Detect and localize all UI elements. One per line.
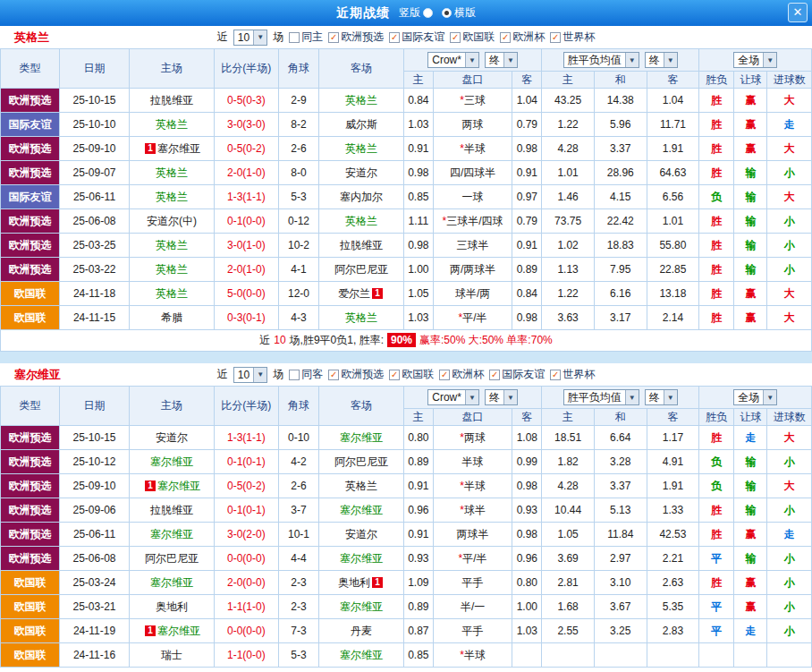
cell-handicap: 两/两球半 (433, 258, 512, 282)
cell-away-team: 阿尔巴尼亚 (319, 450, 404, 474)
home-team-name: 阿尔巴尼亚 (145, 552, 199, 565)
cell-home-team: 1塞尔维亚 (130, 137, 215, 161)
cell-competition-type: 欧洲预选 (1, 474, 60, 498)
sub-column-header: 客 (512, 409, 542, 426)
cell-result-outcome: 胜 (699, 498, 734, 523)
cell-handicap: *三球 (433, 89, 512, 113)
away-team-name: 塞尔维亚 (340, 552, 383, 565)
cell-mean-away (647, 643, 699, 668)
cell-odds-away: 0.79 (512, 113, 542, 137)
cell-result-outcome: 胜 (699, 523, 734, 547)
cell-odds-home: 0.85 (403, 185, 433, 209)
cell-corners: 8-2 (278, 113, 318, 137)
table-row: 欧国联24-11-191塞尔维亚0-0(0-0)7-3丹麦0.87平手1.032… (1, 619, 812, 643)
cell-away-team: 安道尔 (319, 161, 404, 185)
handicap-text: 两/两球半 (450, 263, 495, 276)
header-select[interactable]: 终▼ (485, 389, 518, 405)
filter-checkbox[interactable]: ✓欧国联 (389, 367, 434, 382)
checkbox-label: 世界杯 (562, 30, 595, 45)
away-team-name: 英格兰 (345, 94, 377, 106)
header-select[interactable]: 终▼ (645, 52, 678, 68)
header-select[interactable]: Crow*▼ (427, 52, 479, 68)
filter-checkbox[interactable]: 同客 (289, 367, 323, 382)
handicap-text: 两球 (462, 118, 484, 131)
checkbox-label: 欧洲杯 (512, 30, 545, 45)
cell-odds-away (512, 643, 542, 668)
match-count-select[interactable]: 10▼ (233, 30, 267, 46)
cell-odds-home: 0.91 (403, 523, 433, 547)
filter-checkbox[interactable]: 同主 (289, 30, 323, 45)
radio-vertical-circle-icon (423, 8, 433, 18)
games-label: 场 (273, 30, 283, 45)
radio-horizontal-circle-icon (442, 8, 452, 18)
filter-checkbox[interactable]: ✓世界杯 (550, 30, 595, 45)
header-select[interactable]: 终▼ (645, 389, 678, 405)
cell-date: 25-09-06 (59, 498, 129, 523)
checkbox-icon: ✓ (500, 32, 511, 43)
cell-result-goals: 小 (767, 234, 812, 258)
filter-checkbox[interactable]: ✓世界杯 (550, 367, 595, 382)
header-select-value: 终 (649, 390, 660, 405)
summary-cell: 近10场,胜9平0负1, 胜率:90%赢率:50% 大:50% 单率:70% (1, 330, 812, 352)
cell-mean-draw: 28.96 (594, 161, 647, 185)
cell-mean-draw: 5.96 (594, 113, 647, 137)
cell-mean-home: 4.28 (542, 137, 595, 161)
group-header: Crow*▼终▼ (403, 49, 541, 72)
cell-score: 0-5(0-3) (214, 89, 278, 113)
away-team-name: 塞尔维亚 (340, 649, 383, 661)
checkbox-icon: ✓ (450, 32, 461, 43)
chevron-down-icon: ▼ (763, 53, 776, 67)
cell-away-team: 英格兰 (319, 306, 404, 330)
cell-mean-home: 3.69 (542, 547, 595, 571)
filter-checkbox[interactable]: ✓欧洲预选 (328, 367, 384, 382)
cell-away-team: 塞尔维亚 (319, 426, 404, 450)
header-select[interactable]: 全场▼ (733, 389, 777, 405)
cell-competition-type: 欧洲预选 (1, 450, 60, 474)
close-icon[interactable]: ✕ (788, 3, 808, 22)
column-header: 角球 (278, 387, 318, 426)
cell-handicap: 半/一 (433, 595, 512, 619)
radio-vertical-layout[interactable]: 竖版 (399, 5, 433, 21)
match-count-select[interactable]: 10▼ (233, 367, 267, 383)
filter-checkbox[interactable]: ✓欧洲杯 (500, 30, 545, 45)
cell-mean-draw (594, 643, 647, 668)
filter-checkbox[interactable]: ✓国际友谊 (489, 367, 545, 382)
header-select[interactable]: 全场▼ (733, 52, 777, 68)
cell-mean-home: 73.75 (542, 209, 595, 234)
checkbox-icon: ✓ (489, 370, 500, 380)
cell-odds-away: 0.79 (512, 209, 542, 234)
header-select[interactable]: 胜平负均值▼ (563, 52, 639, 68)
filter-checkbox[interactable]: ✓欧国联 (450, 30, 495, 45)
filter-checkbox[interactable]: ✓欧洲杯 (439, 367, 484, 382)
filter-checkbox[interactable]: ✓国际友谊 (389, 30, 444, 45)
checkbox-label: 欧洲预选 (341, 367, 384, 382)
filter-checkbox[interactable]: ✓欧洲预选 (328, 30, 384, 45)
checkbox-icon: ✓ (328, 370, 339, 380)
cell-date: 25-10-15 (59, 89, 129, 113)
cell-result-goals: 小 (767, 595, 812, 619)
column-header: 日期 (59, 387, 129, 426)
cell-result-outcome: 胜 (699, 234, 734, 258)
cell-away-team: 阿尔巴尼亚 (319, 258, 404, 282)
cell-result-goals: 大 (767, 474, 812, 498)
sub-column-header: 客 (647, 72, 699, 89)
header-select[interactable]: 终▼ (485, 52, 518, 68)
sub-column-header: 进球数 (767, 409, 812, 426)
cell-mean-away: 55.80 (647, 234, 699, 258)
cell-odds-home: 1.03 (403, 113, 433, 137)
cell-competition-type: 国际友谊 (1, 113, 60, 137)
header-select[interactable]: 胜平负均值▼ (563, 389, 639, 405)
group-header: 全场▼ (699, 387, 812, 409)
cell-odds-home: 0.89 (403, 450, 433, 474)
home-team-name: 拉脱维亚 (150, 94, 193, 106)
group-header-controls: 胜平负均值▼终▼ (542, 389, 698, 405)
radio-horizontal-layout[interactable]: 横版 (442, 5, 476, 21)
header-select[interactable]: Crow*▼ (427, 389, 479, 405)
cell-home-team: 英格兰 (130, 234, 215, 258)
cell-date: 25-03-24 (59, 571, 129, 595)
cell-result-handicap: 输 (734, 498, 767, 523)
cell-mean-away: 2.83 (647, 619, 699, 643)
radio-vertical-label: 竖版 (399, 5, 420, 21)
cell-result-handicap: 输 (734, 547, 767, 571)
table-row: 欧洲预选25-06-08安道尔(中)0-1(0-0)0-12英格兰1.11*三球… (1, 209, 812, 234)
